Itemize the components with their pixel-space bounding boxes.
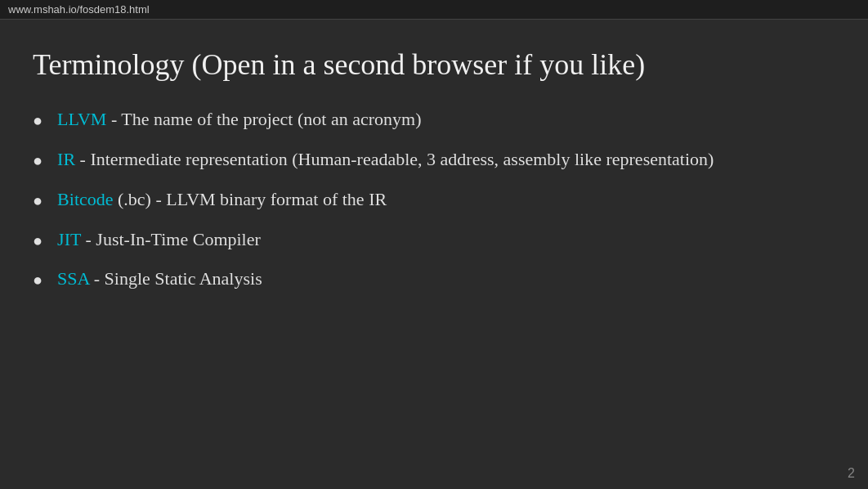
list-item: ● Bitcode (.bc) - LLVM binary format of … bbox=[33, 187, 835, 213]
bullet-dot: ● bbox=[33, 109, 43, 132]
bullet-text: Bitcode (.bc) - LLVM binary format of th… bbox=[57, 187, 835, 213]
slide-content: Terminology (Open in a second browser if… bbox=[0, 23, 868, 489]
bullet-text: LLVM - The name of the project (not an a… bbox=[57, 107, 835, 132]
bullet-dot: ● bbox=[33, 229, 43, 252]
list-item: ● LLVM - The name of the project (not an… bbox=[33, 107, 835, 132]
list-item: ● JIT - Just-In-Time Compiler bbox=[33, 227, 835, 253]
keyword-jit: JIT bbox=[57, 229, 81, 249]
keyword-llvm: LLVM bbox=[57, 109, 106, 129]
bullet-text: JIT - Just-In-Time Compiler bbox=[57, 227, 835, 253]
url-bar: www.mshah.io/fosdem18.html bbox=[0, 0, 868, 20]
page-number: 2 bbox=[848, 466, 855, 481]
bullet-dot: ● bbox=[33, 189, 43, 212]
bullet-dot: ● bbox=[33, 268, 43, 291]
keyword-ir: IR bbox=[57, 149, 75, 169]
keyword-bitcode: Bitcode bbox=[57, 189, 113, 209]
bullet-rest-2: (.bc) - LLVM binary format of the IR bbox=[118, 189, 387, 209]
bullet-rest-1: - Intermediate representation (Human-rea… bbox=[80, 149, 714, 169]
bullet-list: ● LLVM - The name of the project (not an… bbox=[33, 107, 835, 292]
bullet-dot: ● bbox=[33, 149, 43, 172]
bullet-rest-3b: - Just-In-Time Compiler bbox=[86, 229, 261, 249]
bullet-text: SSA - Single Static Analysis bbox=[57, 267, 835, 292]
bullet-text: IR - Intermediate representation (Human-… bbox=[57, 147, 835, 173]
list-item: ● IR - Intermediate representation (Huma… bbox=[33, 147, 835, 173]
bullet-rest-0: - The name of the project (not an acrony… bbox=[111, 109, 422, 129]
slide-title: Terminology (Open in a second browser if… bbox=[33, 47, 835, 83]
list-item: ● SSA - Single Static Analysis bbox=[33, 267, 835, 292]
bullet-rest-4: - Single Static Analysis bbox=[94, 268, 262, 289]
keyword-ssa: SSA bbox=[57, 268, 89, 289]
